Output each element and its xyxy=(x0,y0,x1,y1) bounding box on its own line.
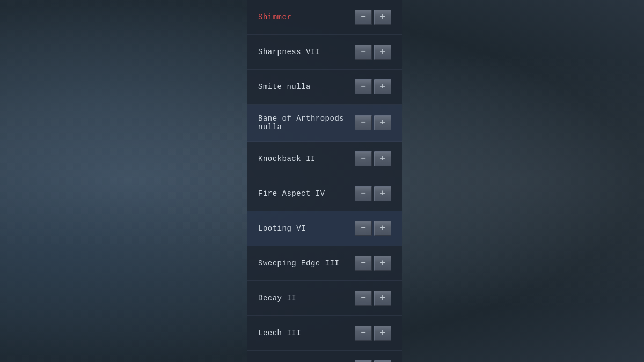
plus-btn-looting[interactable]: + xyxy=(374,221,391,236)
plus-btn-knockback[interactable]: + xyxy=(374,151,391,166)
plus-btn-leech[interactable]: + xyxy=(374,326,391,341)
minus-btn-sharpness[interactable]: − xyxy=(355,45,372,60)
enchant-row-sharpness: Sharpness VII−+ xyxy=(247,35,402,70)
plus-btn-bane[interactable]: + xyxy=(374,115,391,130)
minus-btn-bane[interactable]: − xyxy=(355,115,372,130)
enchant-name-shimmer: Shimmer xyxy=(258,13,291,21)
enchant-name-fire-aspect: Fire Aspect IV xyxy=(258,189,325,198)
btn-group-shimmer: −+ xyxy=(355,10,391,25)
btn-group-leech: −+ xyxy=(355,326,391,341)
minus-btn-shimmer[interactable]: − xyxy=(355,10,372,25)
enchant-name-smite: Smite nulla xyxy=(258,83,311,91)
enchant-row-knockback: Knockback II−+ xyxy=(247,142,402,176)
enchant-name-bane: Bane of Arthropods nulla xyxy=(258,114,355,131)
btn-group-sharpness: −+ xyxy=(355,45,391,60)
btn-group-smite: −+ xyxy=(355,79,391,94)
btn-group-decay: −+ xyxy=(355,291,391,306)
enchantment-panel: Shimmer−+Sharpness VII−+Smite nulla−+Ban… xyxy=(247,0,402,362)
btn-group-knockback: −+ xyxy=(355,151,391,166)
plus-btn-shimmer[interactable]: + xyxy=(374,10,391,25)
enchant-name-leech: Leech III xyxy=(258,329,301,337)
plus-btn-smite[interactable]: + xyxy=(374,79,391,94)
plus-btn-fire-aspect[interactable]: + xyxy=(374,186,391,201)
enchant-row-bane: Bane of Arthropods nulla−+ xyxy=(247,105,402,142)
minus-btn-smite[interactable]: − xyxy=(355,79,372,94)
plus-btn-decay[interactable]: + xyxy=(374,291,391,306)
enchant-row-smite: Smite nulla−+ xyxy=(247,70,402,105)
enchant-row-looting: Looting VI−+ xyxy=(247,211,402,246)
plus-btn-sweeping-edge[interactable]: + xyxy=(374,256,391,271)
minus-btn-looting[interactable]: − xyxy=(355,221,372,236)
btn-group-bane: −+ xyxy=(355,115,391,130)
plus-btn-sharpness[interactable]: + xyxy=(374,45,391,60)
minus-btn-fire-aspect[interactable]: − xyxy=(355,186,372,201)
enchant-row-sweeping-edge: Sweeping Edge III−+ xyxy=(247,246,402,281)
btn-group-fire-aspect: −+ xyxy=(355,186,391,201)
enchant-name-knockback: Knockback II xyxy=(258,154,316,163)
enchant-name-sweeping-edge: Sweeping Edge III xyxy=(258,259,339,268)
enchant-row-shimmer: Shimmer−+ xyxy=(247,0,402,35)
enchant-name-decay: Decay II xyxy=(258,294,296,302)
minus-btn-leech[interactable]: − xyxy=(355,326,372,341)
minus-btn-knockback[interactable]: − xyxy=(355,151,372,166)
btn-group-sweeping-edge: −+ xyxy=(355,256,391,271)
enchant-name-sharpness: Sharpness VII xyxy=(258,48,320,56)
minus-btn-sweeping-edge[interactable]: − xyxy=(355,256,372,271)
enchant-row-fire-aspect: Fire Aspect IV+−+ xyxy=(247,176,402,211)
enchant-row-decay: Decay II−+ xyxy=(247,281,402,316)
enchant-row-leech: Leech III−+ xyxy=(247,316,402,351)
btn-group-looting: −+ xyxy=(355,221,391,236)
minus-btn-decay[interactable]: − xyxy=(355,291,372,306)
enchant-row-vorpal: Vorpal IV−+ xyxy=(247,351,402,362)
enchant-name-looting: Looting VI xyxy=(258,224,306,233)
